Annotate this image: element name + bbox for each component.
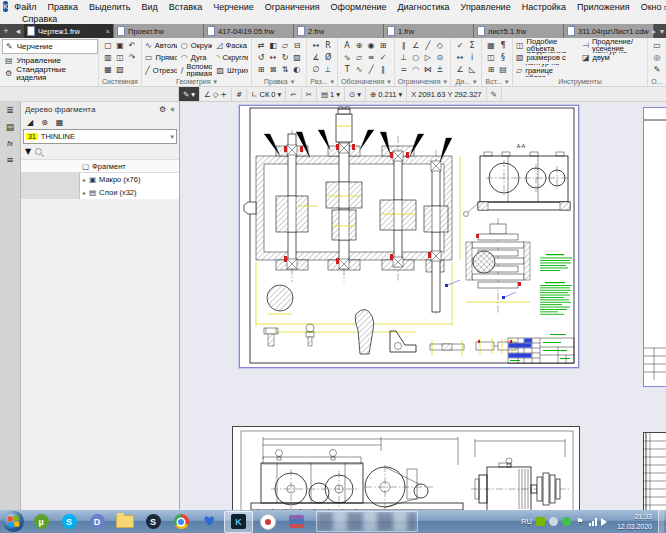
system-tool-icon[interactable]: ▥ [102,51,114,63]
tab-scroll-left-icon[interactable]: ◂ [12,24,24,38]
ribbon-tool-icon[interactable]: ⊥ [322,63,334,75]
ribbon-tool-icon[interactable]: ∡ [310,51,322,63]
snap-icon[interactable]: + [221,90,227,99]
group-expand-icon[interactable]: ▾ [443,78,447,86]
ribbon-tool-icon[interactable]: ◧ [267,39,279,51]
winrar-taskbar-icon[interactable] [282,511,310,532]
document-tab[interactable]: 2.frw × [294,24,384,38]
sheet-assembly-drawing[interactable]: А-А [239,105,579,368]
ribbon-tool-icon[interactable]: ◉ [365,39,377,51]
ribbon-tool-icon[interactable]: ╱ [365,63,377,75]
menu-item[interactable]: Приложения [577,2,630,12]
ribbon-tool-icon[interactable]: Σ [466,39,478,51]
ribbon-tool-icon[interactable]: ⊞ [485,63,497,75]
menu-item-help[interactable]: Справка [22,14,57,24]
ribbon-tool-icon[interactable]: ⋈ [422,63,434,75]
ribbon-button[interactable]: ▨ Штриховка [216,64,248,77]
ribbon-button[interactable]: ◿ Фаска [216,39,248,52]
ribbon-tool-icon[interactable]: ✓ [454,39,466,51]
ribbon-tool-icon[interactable]: ⇄ [255,39,267,51]
layout-single-icon[interactable]: ▭ [662,2,666,12]
menu-item[interactable]: Ограничения [265,2,320,12]
flag-tray-icon[interactable]: ⚑ [575,517,585,527]
grid-toggle[interactable]: # [232,87,247,101]
ribbon-tool-icon[interactable]: ¶ [497,39,509,51]
ribbon-tool-icon[interactable]: ∠ [410,39,422,51]
ribbon-tool-icon[interactable]: ▦ [485,39,497,51]
chrome-taskbar-icon[interactable] [167,511,195,532]
tab-close-icon[interactable]: × [106,27,110,36]
menu-item[interactable]: Настройка [522,2,566,12]
ribbon-tool-icon[interactable]: ▭ [651,39,663,51]
document-tab[interactable]: 311.04rpz\Лист1.cdw × [564,24,654,38]
menu-item[interactable]: Вид [141,2,157,12]
style-picker-button[interactable]: ✎ [487,87,502,101]
search-icon[interactable] [35,148,42,155]
menu-item[interactable]: Оформление [331,2,387,12]
trim-button[interactable]: ✂ [302,87,317,101]
menu-item[interactable]: Вставка [169,2,202,12]
tree-item[interactable]: ▸ ▤ Слои (x32) [21,186,179,199]
nvidia-tray-icon[interactable] [536,517,545,526]
ribbon-tool-icon[interactable]: ∥ [377,63,389,75]
misc-app-taskbar-icon[interactable] [254,511,282,532]
tray-icon-gray[interactable] [549,517,558,526]
system-tool-icon[interactable]: ▧ [114,63,126,75]
ribbon-button[interactable]: ◪ Контур по двум контурам [582,52,644,65]
ribbon-tool-icon[interactable]: ∥ [398,39,410,51]
ribbon-tool-icon[interactable]: ◐ [291,63,303,75]
show-desktop-button[interactable] [658,510,664,533]
variables-panel-icon[interactable]: fx [7,139,13,148]
new-tab-button[interactable]: + [0,24,12,38]
ribbon-tool-icon[interactable]: ▷ [422,51,434,63]
ribbon-tool-icon[interactable]: Ø [322,51,334,63]
group-expand-icon[interactable]: ▾ [291,78,295,86]
open-window-button[interactable] [316,511,418,532]
network-icon[interactable] [589,518,597,526]
filter-icon[interactable]: ▼ [25,147,31,156]
menu-item[interactable]: Файл [14,2,36,12]
menu-item[interactable]: Окно [641,2,662,12]
sheet-partial-right[interactable] [643,107,666,387]
sheet-drive-drawing[interactable] [232,426,580,512]
zoom-scale-select[interactable]: ⊕ 0.211 ▾ [366,87,407,101]
language-indicator[interactable]: RU [521,517,532,526]
expand-icon[interactable]: ▸ [83,189,86,196]
ribbon-tool-icon[interactable]: i [466,51,478,63]
tray-icon-green[interactable] [562,517,571,526]
menu-item[interactable]: Управление [461,2,511,12]
ribbon-tool-icon[interactable]: ↻ [279,51,291,63]
ribbon-tool-icon[interactable]: R [322,39,334,51]
group-expand-icon[interactable]: ▾ [330,78,334,86]
line-style-select[interactable]: 31 THINLINE ▾ [23,129,177,144]
ribbon-tool-icon[interactable]: ○ [410,51,422,63]
group-expand-icon[interactable]: ▾ [505,78,509,86]
ribbon-button[interactable]: ▱ Контур по границе облас... [516,64,578,77]
ribbon-tool-icon[interactable]: ∠ [454,63,466,75]
group-expand-icon[interactable]: ▾ [213,78,217,86]
menu-item[interactable]: Диагностика [397,2,449,12]
clock[interactable]: 21:33 12.03.2020 [617,512,652,530]
ribbon-tool-icon[interactable]: А [341,39,353,51]
document-tab[interactable]: лист5.1.frw × [474,24,564,38]
ribbon-tool-icon[interactable]: Т [341,63,353,75]
tree-panel-icon[interactable]: ≣ [6,105,14,115]
tab-overflow-icon[interactable]: ▾ [660,27,664,36]
ribbon-tool-icon[interactable]: ⊠ [267,63,279,75]
ribbon-mode-tab[interactable]: ⚙ Стандартные изделия [2,67,98,80]
snap-icon[interactable]: ∠ [204,90,211,99]
ribbon-tool-icon[interactable]: ◎ [651,51,663,63]
ribbon-tool-icon[interactable]: ↺ [255,51,267,63]
ribbon-tool-icon[interactable]: ⊞ [255,63,267,75]
menu-item[interactable]: Правка [47,2,77,12]
health-app-taskbar-icon[interactable]: ♥ [195,511,223,532]
ribbon-button[interactable]: ∕ Вспомогатель... прямая [181,64,213,77]
skype-taskbar-icon[interactable]: S [55,511,83,532]
kompas-app-icon[interactable]: K [3,1,8,12]
ribbon-tool-icon[interactable]: ▨ [291,51,303,63]
corner-snap-button[interactable]: ⌐ [286,87,301,101]
ribbon-tool-icon[interactable]: ± [434,63,446,75]
kompas-taskbar-button[interactable]: K [224,511,253,533]
snap-icon[interactable]: ◇ [213,90,219,99]
ribbon-button[interactable]: ◠ Дуга [181,52,213,65]
